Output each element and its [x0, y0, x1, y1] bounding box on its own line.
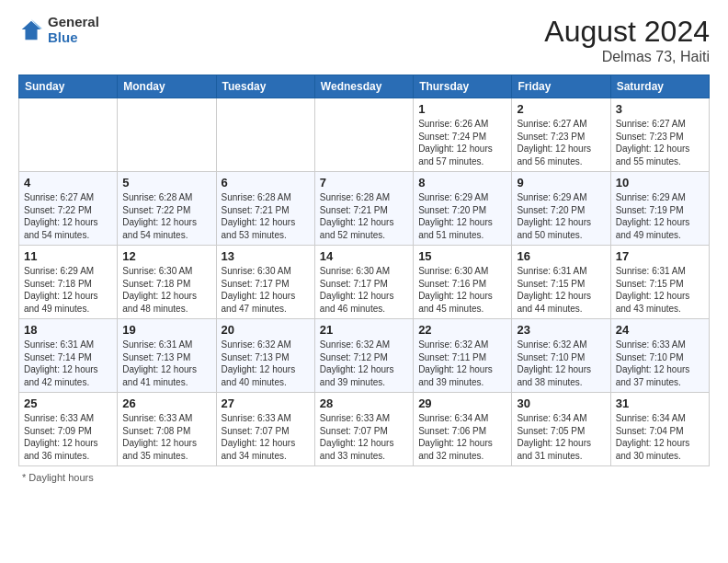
day-cell: 30Sunrise: 6:34 AM Sunset: 7:05 PM Dayli… [512, 393, 610, 466]
day-cell: 3Sunrise: 6:27 AM Sunset: 7:23 PM Daylig… [610, 98, 709, 172]
day-cell [216, 98, 314, 172]
day-number: 19 [122, 323, 210, 337]
col-header-saturday: Saturday [610, 75, 709, 98]
day-number: 16 [517, 249, 605, 263]
week-row-1: 1Sunrise: 6:26 AM Sunset: 7:24 PM Daylig… [19, 98, 710, 172]
logo-text: General Blue [48, 15, 99, 45]
day-number: 2 [517, 102, 605, 116]
day-cell: 27Sunrise: 6:33 AM Sunset: 7:07 PM Dayli… [216, 393, 314, 466]
day-info: Sunrise: 6:33 AM Sunset: 7:07 PM Dayligh… [320, 412, 408, 462]
day-cell: 5Sunrise: 6:28 AM Sunset: 7:22 PM Daylig… [118, 172, 216, 246]
page: General Blue August 2024 Delmas 73, Hait… [0, 0, 728, 563]
day-info: Sunrise: 6:28 AM Sunset: 7:21 PM Dayligh… [222, 191, 310, 241]
day-number: 18 [24, 323, 112, 337]
day-info: Sunrise: 6:27 AM Sunset: 7:22 PM Dayligh… [24, 191, 112, 241]
day-cell: 13Sunrise: 6:30 AM Sunset: 7:17 PM Dayli… [216, 246, 314, 319]
day-info: Sunrise: 6:29 AM Sunset: 7:18 PM Dayligh… [24, 265, 112, 315]
col-header-monday: Monday [118, 75, 216, 98]
day-cell: 10Sunrise: 6:29 AM Sunset: 7:19 PM Dayli… [610, 172, 709, 246]
day-info: Sunrise: 6:27 AM Sunset: 7:23 PM Dayligh… [616, 118, 704, 167]
day-number: 9 [517, 176, 605, 190]
day-cell: 20Sunrise: 6:32 AM Sunset: 7:13 PM Dayli… [216, 319, 314, 393]
month-year: August 2024 [544, 15, 710, 49]
day-info: Sunrise: 6:30 AM Sunset: 7:16 PM Dayligh… [418, 265, 506, 315]
week-row-5: 25Sunrise: 6:33 AM Sunset: 7:09 PM Dayli… [19, 393, 710, 466]
day-cell: 25Sunrise: 6:33 AM Sunset: 7:09 PM Dayli… [19, 393, 118, 466]
day-info: Sunrise: 6:31 AM Sunset: 7:14 PM Dayligh… [24, 339, 112, 388]
day-info: Sunrise: 6:28 AM Sunset: 7:21 PM Dayligh… [320, 191, 408, 241]
day-cell: 22Sunrise: 6:32 AM Sunset: 7:11 PM Dayli… [414, 319, 512, 393]
title-block: August 2024 Delmas 73, Haiti [544, 15, 710, 65]
logo-general: General [48, 15, 99, 30]
col-header-wednesday: Wednesday [314, 75, 413, 98]
day-info: Sunrise: 6:34 AM Sunset: 7:06 PM Dayligh… [418, 412, 506, 462]
day-info: Sunrise: 6:30 AM Sunset: 7:18 PM Dayligh… [122, 265, 210, 315]
day-number: 12 [122, 249, 210, 263]
day-cell: 16Sunrise: 6:31 AM Sunset: 7:15 PM Dayli… [512, 246, 610, 319]
day-info: Sunrise: 6:29 AM Sunset: 7:19 PM Dayligh… [616, 191, 704, 241]
day-cell: 24Sunrise: 6:33 AM Sunset: 7:10 PM Dayli… [610, 319, 709, 393]
day-number: 6 [222, 176, 310, 190]
calendar-table: SundayMondayTuesdayWednesdayThursdayFrid… [18, 75, 710, 466]
day-info: Sunrise: 6:26 AM Sunset: 7:24 PM Dayligh… [418, 118, 506, 167]
day-cell: 2Sunrise: 6:27 AM Sunset: 7:23 PM Daylig… [512, 98, 610, 172]
week-row-2: 4Sunrise: 6:27 AM Sunset: 7:22 PM Daylig… [19, 172, 710, 246]
col-header-thursday: Thursday [414, 75, 512, 98]
day-number: 11 [24, 249, 112, 263]
col-header-friday: Friday [512, 75, 610, 98]
day-cell: 15Sunrise: 6:30 AM Sunset: 7:16 PM Dayli… [414, 246, 512, 319]
day-info: Sunrise: 6:34 AM Sunset: 7:05 PM Dayligh… [517, 412, 605, 462]
day-number: 5 [122, 176, 210, 190]
day-cell: 28Sunrise: 6:33 AM Sunset: 7:07 PM Dayli… [314, 393, 413, 466]
day-number: 4 [24, 176, 112, 190]
day-number: 26 [122, 396, 210, 410]
footer-note-text: Daylight hours [28, 472, 93, 483]
day-number: 23 [517, 323, 605, 337]
header-row: SundayMondayTuesdayWednesdayThursdayFrid… [19, 75, 710, 98]
day-cell: 23Sunrise: 6:32 AM Sunset: 7:10 PM Dayli… [512, 319, 610, 393]
day-info: Sunrise: 6:33 AM Sunset: 7:08 PM Dayligh… [122, 412, 210, 462]
header: General Blue August 2024 Delmas 73, Hait… [18, 15, 710, 65]
day-info: Sunrise: 6:33 AM Sunset: 7:09 PM Dayligh… [24, 412, 112, 462]
day-number: 13 [222, 249, 310, 263]
day-info: Sunrise: 6:28 AM Sunset: 7:22 PM Dayligh… [122, 191, 210, 241]
day-number: 27 [222, 396, 310, 410]
day-number: 20 [222, 323, 310, 337]
week-row-3: 11Sunrise: 6:29 AM Sunset: 7:18 PM Dayli… [19, 246, 710, 319]
svg-marker-0 [22, 20, 41, 40]
day-cell: 9Sunrise: 6:29 AM Sunset: 7:20 PM Daylig… [512, 172, 610, 246]
day-cell: 21Sunrise: 6:32 AM Sunset: 7:12 PM Dayli… [314, 319, 413, 393]
day-number: 24 [616, 323, 704, 337]
day-number: 7 [320, 176, 408, 190]
day-cell: 1Sunrise: 6:26 AM Sunset: 7:24 PM Daylig… [414, 98, 512, 172]
day-cell: 18Sunrise: 6:31 AM Sunset: 7:14 PM Dayli… [19, 319, 118, 393]
day-info: Sunrise: 6:31 AM Sunset: 7:13 PM Dayligh… [122, 339, 210, 388]
day-info: Sunrise: 6:32 AM Sunset: 7:11 PM Dayligh… [418, 339, 506, 388]
week-row-4: 18Sunrise: 6:31 AM Sunset: 7:14 PM Dayli… [19, 319, 710, 393]
col-header-sunday: Sunday [19, 75, 118, 98]
day-info: Sunrise: 6:34 AM Sunset: 7:04 PM Dayligh… [616, 412, 704, 462]
footer-note: * Daylight hours [18, 472, 710, 483]
logo-blue: Blue [48, 30, 99, 46]
day-cell: 7Sunrise: 6:28 AM Sunset: 7:21 PM Daylig… [314, 172, 413, 246]
day-cell: 6Sunrise: 6:28 AM Sunset: 7:21 PM Daylig… [216, 172, 314, 246]
day-cell: 14Sunrise: 6:30 AM Sunset: 7:17 PM Dayli… [314, 246, 413, 319]
day-number: 22 [418, 323, 506, 337]
day-info: Sunrise: 6:30 AM Sunset: 7:17 PM Dayligh… [222, 265, 310, 315]
day-number: 25 [24, 396, 112, 410]
col-header-tuesday: Tuesday [216, 75, 314, 98]
day-number: 31 [616, 396, 704, 410]
day-number: 3 [616, 102, 704, 116]
day-cell: 29Sunrise: 6:34 AM Sunset: 7:06 PM Dayli… [414, 393, 512, 466]
day-info: Sunrise: 6:29 AM Sunset: 7:20 PM Dayligh… [517, 191, 605, 241]
logo: General Blue [18, 15, 99, 45]
day-info: Sunrise: 6:31 AM Sunset: 7:15 PM Dayligh… [517, 265, 605, 315]
day-cell: 26Sunrise: 6:33 AM Sunset: 7:08 PM Dayli… [118, 393, 216, 466]
day-cell [314, 98, 413, 172]
day-cell [118, 98, 216, 172]
day-cell: 19Sunrise: 6:31 AM Sunset: 7:13 PM Dayli… [118, 319, 216, 393]
day-info: Sunrise: 6:30 AM Sunset: 7:17 PM Dayligh… [320, 265, 408, 315]
day-number: 10 [616, 176, 704, 190]
day-cell: 4Sunrise: 6:27 AM Sunset: 7:22 PM Daylig… [19, 172, 118, 246]
day-info: Sunrise: 6:33 AM Sunset: 7:07 PM Dayligh… [222, 412, 310, 462]
